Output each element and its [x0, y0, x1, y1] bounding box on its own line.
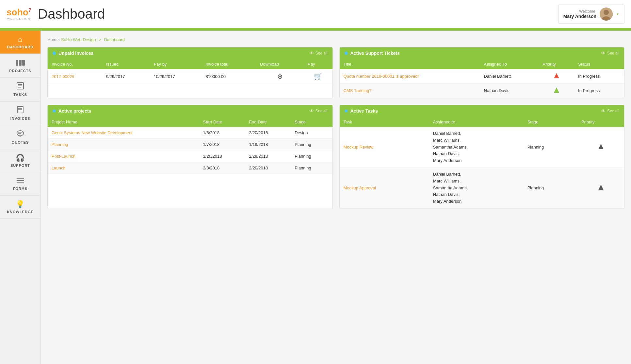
- sidebar-item-quotes[interactable]: QUOTES: [0, 125, 40, 149]
- project-end: 2/20/2018: [245, 162, 291, 174]
- project-stage: Planning: [291, 162, 332, 174]
- invoices-title: Unpaid invoices: [53, 51, 93, 56]
- col-pay: Pay: [304, 59, 332, 69]
- project-link[interactable]: Launch: [52, 166, 66, 170]
- support-assigned: Daniel Barnett: [480, 69, 539, 84]
- col-project-name: Project Name: [48, 117, 199, 127]
- forms-icon: [17, 177, 24, 185]
- project-start: 1/8/2018: [199, 127, 245, 139]
- sidebar-item-support[interactable]: 🎧 SUPPORT: [0, 149, 40, 172]
- welcome-text: Welcome,: [563, 9, 596, 14]
- pay-icon[interactable]: 🛒: [314, 73, 322, 80]
- task-stage: Planning: [524, 127, 577, 167]
- sidebar-item-knowledge[interactable]: 💡 KNOWLEDGE: [0, 196, 40, 219]
- svg-marker-27: [598, 185, 604, 190]
- svg-rect-6: [16, 63, 18, 66]
- project-start: 1/7/2018: [199, 139, 245, 150]
- table-row: Planning 1/7/2018 1/19/2018 Planning: [48, 139, 332, 150]
- support-priority: [539, 84, 574, 98]
- svg-point-1: [604, 10, 609, 15]
- project-link[interactable]: Post-Launch: [52, 154, 75, 159]
- task-stage: Planning: [524, 167, 577, 208]
- logo: soho7: [7, 8, 31, 17]
- table-row: CMS Training? Nathan Davis In Progress: [340, 84, 624, 98]
- support-card: Active Support Tickets 👁 See all Title A…: [339, 47, 625, 98]
- task-link[interactable]: Mockup Approval: [344, 185, 376, 190]
- tasks-body: Task Assigned to Stage Priority Mockup R…: [340, 117, 624, 209]
- project-link[interactable]: Genix Systems New Website Development: [52, 130, 133, 135]
- invoices-table: Invoice No. Issued Pay by Invoice total …: [48, 59, 332, 84]
- sidebar-label-projects: PROJECTS: [9, 69, 31, 73]
- sidebar-item-projects[interactable]: PROJECTS: [0, 54, 40, 78]
- project-end: 2/20/2018: [245, 127, 291, 139]
- support-title-link[interactable]: CMS Training?: [344, 88, 372, 93]
- breadcrumb-company[interactable]: SoHo Web Design: [61, 37, 96, 42]
- svg-rect-8: [22, 63, 25, 66]
- sidebar-item-forms[interactable]: FORMS: [0, 172, 40, 196]
- download-icon[interactable]: ⊕: [277, 73, 283, 80]
- col-priority: Priority: [577, 117, 624, 127]
- logo-sub: WEB DESIGN: [7, 17, 30, 20]
- sidebar-item-tasks[interactable]: TASKS: [0, 78, 40, 102]
- tasks-icon: [17, 82, 24, 91]
- breadcrumb: Home: SoHo Web Design > Dashboard: [47, 37, 624, 42]
- invoices-see-all[interactable]: 👁 See all: [309, 51, 328, 56]
- sidebar-item-dashboard[interactable]: ⌂ DASHBOARD: [0, 31, 40, 54]
- svg-marker-26: [598, 144, 604, 149]
- main-content: Home: SoHo Web Design > Dashboard Unpaid…: [41, 31, 631, 364]
- col-stage: Stage: [291, 117, 332, 127]
- projects-icon: [16, 58, 25, 68]
- blue-dot-icon: [345, 52, 348, 55]
- col-invoice-no: Invoice No.: [48, 59, 102, 69]
- invoices-body: Invoice No. Issued Pay by Invoice total …: [48, 59, 332, 92]
- project-stage: Planning: [291, 139, 332, 150]
- project-link[interactable]: Planning: [52, 142, 68, 147]
- page-title: Dashboard: [38, 6, 558, 22]
- support-title-link[interactable]: Quote number 2018-00001 is approved!: [344, 74, 419, 79]
- eye-icon: 👁: [309, 51, 314, 56]
- project-start: 2/20/2018: [199, 150, 245, 162]
- tasks-see-all[interactable]: 👁 See all: [601, 108, 619, 114]
- svg-point-17: [17, 131, 24, 136]
- projects-card: Active projects 👁 See all Project Name S…: [47, 105, 333, 209]
- table-row: 2017-00026 9/29/2017 10/29/2017 $10000.0…: [48, 69, 332, 84]
- invoice-link[interactable]: 2017-00026: [52, 74, 74, 79]
- task-assigned: Daniel Barnett,Marc Williams,Samantha Ad…: [429, 127, 524, 167]
- breadcrumb-home: Home:: [47, 37, 60, 42]
- projects-card-header: Active projects 👁 See all: [48, 105, 332, 117]
- support-body: Title Assigned To Priority Status Quote …: [340, 59, 624, 98]
- col-end-date: End Date: [245, 117, 291, 127]
- blue-dot-icon: [53, 109, 56, 113]
- knowledge-icon: 💡: [16, 200, 25, 209]
- table-row: Launch 2/8/2018 2/20/2018 Planning: [48, 162, 332, 174]
- invoice-issued: 9/29/2017: [102, 69, 150, 84]
- task-link[interactable]: Mockup Review: [344, 145, 374, 150]
- main-layout: ⌂ DASHBOARD PROJECTS: [0, 31, 631, 364]
- col-priority: Priority: [539, 59, 574, 69]
- support-card-header: Active Support Tickets 👁 See all: [340, 47, 624, 59]
- table-row: Mockup Approval Daniel Barnett,Marc Will…: [340, 167, 624, 208]
- eye-icon: 👁: [601, 108, 606, 114]
- projects-see-all[interactable]: 👁 See all: [309, 108, 328, 114]
- col-pay-by: Pay by: [150, 59, 202, 69]
- task-priority: [577, 127, 624, 167]
- quotes-icon: [16, 130, 24, 139]
- tasks-title: Active Tasks: [345, 108, 378, 114]
- project-end: 2/28/2018: [245, 150, 291, 162]
- sidebar-item-invoices[interactable]: INVOICES: [0, 102, 40, 125]
- task-assigned: Daniel Barnett,Marc Williams,Samantha Ad…: [429, 167, 524, 208]
- svg-marker-25: [554, 87, 559, 93]
- eye-icon: 👁: [309, 108, 314, 114]
- support-see-all[interactable]: 👁 See all: [601, 51, 619, 56]
- col-download: Download: [256, 59, 304, 69]
- user-menu[interactable]: Welcome, Mary Anderson ▼: [558, 5, 624, 24]
- col-status: Status: [574, 59, 624, 69]
- sidebar-label-quotes: QUOTES: [12, 140, 29, 144]
- support-icon: 🎧: [16, 154, 25, 162]
- table-row: Post-Launch 2/20/2018 2/28/2018 Planning: [48, 150, 332, 162]
- sidebar-label-knowledge: KNOWLEDGE: [7, 210, 34, 214]
- support-status: In Progress: [574, 69, 624, 84]
- home-icon: ⌂: [18, 35, 23, 44]
- breadcrumb-current: Dashboard: [104, 37, 125, 42]
- col-assigned-to: Assigned To: [480, 59, 539, 69]
